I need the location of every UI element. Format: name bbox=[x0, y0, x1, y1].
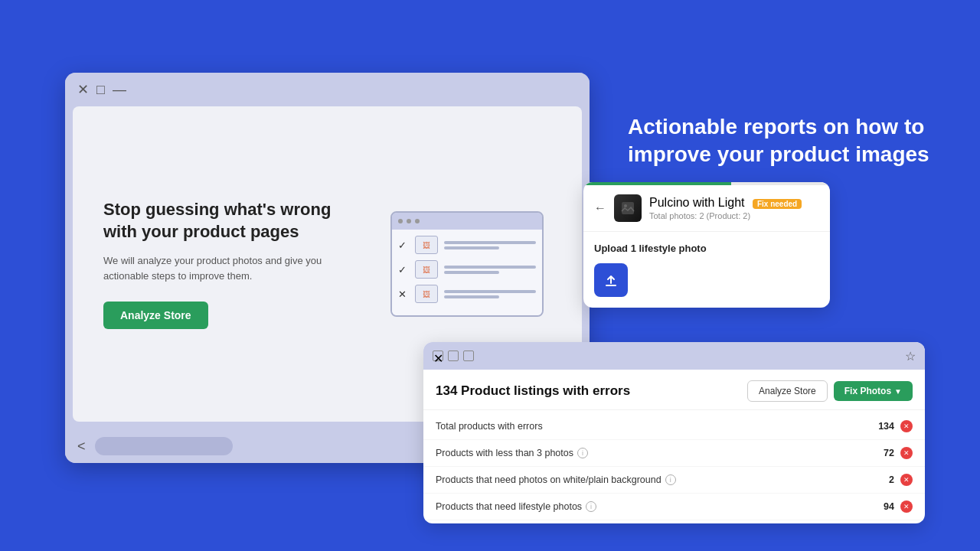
product-header: ← Pulcino with Light Fix needed Total ph… bbox=[583, 185, 830, 232]
errors-window: ✕ ☆ 134 Product listings with errors Ana… bbox=[423, 342, 925, 523]
row-count-white-bg: 2 bbox=[889, 474, 894, 485]
illus-bar bbox=[392, 213, 542, 230]
row-count-lifestyle: 94 bbox=[884, 501, 894, 512]
illus-row-2: ✓ 🖼 bbox=[398, 260, 536, 279]
product-name: Pulcino with Light bbox=[649, 196, 745, 209]
illus-line-3b bbox=[444, 295, 499, 298]
errors-title: 134 Product listings with errors bbox=[436, 383, 630, 399]
product-thumbnail bbox=[614, 194, 642, 222]
info-icon-lifestyle[interactable]: i bbox=[586, 501, 596, 512]
illus-line-1a bbox=[444, 241, 536, 244]
cross-icon-3: ✕ bbox=[398, 289, 409, 300]
error-rows-container: Total products with errors 134 ✕ Product… bbox=[423, 410, 925, 523]
product-body: Upload 1 lifestyle photo bbox=[583, 232, 830, 308]
back-button-icon[interactable]: ← bbox=[594, 201, 606, 215]
main-description: We will analyze your product photos and … bbox=[103, 253, 368, 283]
row-count-less-photos: 72 bbox=[884, 448, 894, 458]
analyze-store-sm-button[interactable]: Analyze Store bbox=[747, 380, 828, 402]
win-btn-maximize[interactable] bbox=[448, 350, 459, 361]
row-label-white-bg: Products that need photos on white/plain… bbox=[436, 474, 889, 485]
hero-heading: Actionable reports on how to improve you… bbox=[628, 113, 934, 169]
illus-line-2b bbox=[444, 271, 499, 274]
illus-content: ✓ 🖼 ✓ 🖼 bbox=[392, 230, 542, 315]
fix-photos-label: Fix Photos bbox=[844, 386, 891, 396]
illus-row-1: ✓ 🖼 bbox=[398, 236, 536, 254]
row-text-white-bg: Products that need photos on white/plain… bbox=[436, 474, 662, 485]
check-icon-1: ✓ bbox=[398, 240, 409, 251]
illus-dot-3 bbox=[415, 219, 420, 223]
remove-icon-less-photos[interactable]: ✕ bbox=[900, 447, 913, 459]
star-icon[interactable]: ☆ bbox=[905, 349, 916, 364]
row-label-lifestyle: Products that need lifestyle photos i bbox=[436, 501, 884, 512]
illustration-browser: ✓ 🖼 ✓ 🖼 bbox=[390, 211, 544, 317]
row-text-lifestyle: Products that need lifestyle photos bbox=[436, 501, 582, 512]
illus-line-1b bbox=[444, 246, 499, 249]
remove-icon-total[interactable]: ✕ bbox=[900, 420, 913, 432]
address-bar[interactable] bbox=[95, 437, 233, 455]
row-text-less-photos: Products with less than 3 photos bbox=[436, 448, 573, 458]
illus-img-1: 🖼 bbox=[415, 236, 438, 254]
row-count-total: 134 bbox=[878, 421, 894, 432]
close-icon[interactable]: ✕ bbox=[77, 81, 89, 98]
check-icon-2: ✓ bbox=[398, 264, 409, 276]
upload-button[interactable] bbox=[594, 263, 628, 297]
product-card-window: ← Pulcino with Light Fix needed Total ph… bbox=[583, 182, 830, 308]
illus-lines-1 bbox=[444, 241, 536, 249]
row-label-less-photos: Products with less than 3 photos i bbox=[436, 448, 884, 458]
error-row-less-photos: Products with less than 3 photos i 72 ✕ bbox=[423, 440, 925, 467]
back-arrow-icon[interactable]: < bbox=[77, 439, 86, 455]
errors-title-bar: ✕ ☆ bbox=[423, 342, 925, 370]
info-icon-white-bg[interactable]: i bbox=[665, 474, 676, 485]
error-row-lifestyle: Products that need lifestyle photos i 94… bbox=[423, 494, 925, 520]
fix-photos-button[interactable]: Fix Photos ▼ bbox=[834, 381, 913, 401]
errors-header: 134 Product listings with errors Analyze… bbox=[423, 370, 925, 410]
illus-row-3: ✕ 🖼 bbox=[398, 285, 536, 303]
row-label-total: Total products with errors bbox=[436, 421, 878, 432]
illus-img-3: 🖼 bbox=[415, 285, 438, 303]
illus-lines-2 bbox=[444, 266, 536, 274]
window-controls: ✕ bbox=[433, 350, 474, 361]
illus-lines-3 bbox=[444, 290, 536, 298]
product-meta: Total photos: 2 (Product: 2) bbox=[649, 211, 819, 220]
row-text-total: Total products with errors bbox=[436, 421, 543, 432]
svg-point-1 bbox=[624, 204, 627, 207]
left-text-block: Stop guessing what's wrong with your pro… bbox=[103, 199, 368, 329]
analyze-store-button[interactable]: Analyze Store bbox=[103, 302, 208, 329]
remove-icon-lifestyle[interactable]: ✕ bbox=[900, 500, 913, 513]
minimize-icon[interactable]: — bbox=[113, 82, 126, 98]
win-btn-minimize[interactable] bbox=[463, 350, 474, 361]
fix-needed-badge: Fix needed bbox=[753, 199, 802, 209]
main-heading: Stop guessing what's wrong with your pro… bbox=[103, 199, 368, 243]
product-list-illustration: ✓ 🖼 ✓ 🖼 bbox=[390, 211, 551, 317]
title-bar: ✕ □ — bbox=[65, 73, 590, 106]
illus-line-2a bbox=[444, 266, 536, 269]
remove-icon-white-bg[interactable]: ✕ bbox=[900, 474, 913, 486]
illus-dot-2 bbox=[407, 219, 411, 223]
header-actions: Analyze Store Fix Photos ▼ bbox=[747, 380, 913, 402]
maximize-icon[interactable]: □ bbox=[96, 82, 105, 98]
illus-line-3a bbox=[444, 290, 536, 293]
upload-label: Upload 1 lifestyle photo bbox=[594, 243, 819, 254]
product-name-line: Pulcino with Light Fix needed bbox=[649, 196, 819, 210]
error-row-white-bg: Products that need photos on white/plain… bbox=[423, 467, 925, 494]
product-info: Pulcino with Light Fix needed Total phot… bbox=[649, 196, 819, 220]
illus-img-2: 🖼 bbox=[415, 260, 438, 279]
error-row-total: Total products with errors 134 ✕ bbox=[423, 413, 925, 440]
info-icon-less-photos[interactable]: i bbox=[577, 448, 588, 458]
dropdown-arrow-icon: ▼ bbox=[894, 387, 902, 396]
product-image bbox=[614, 194, 642, 222]
illus-dot-1 bbox=[398, 219, 403, 223]
win-btn-close[interactable]: ✕ bbox=[433, 350, 443, 361]
